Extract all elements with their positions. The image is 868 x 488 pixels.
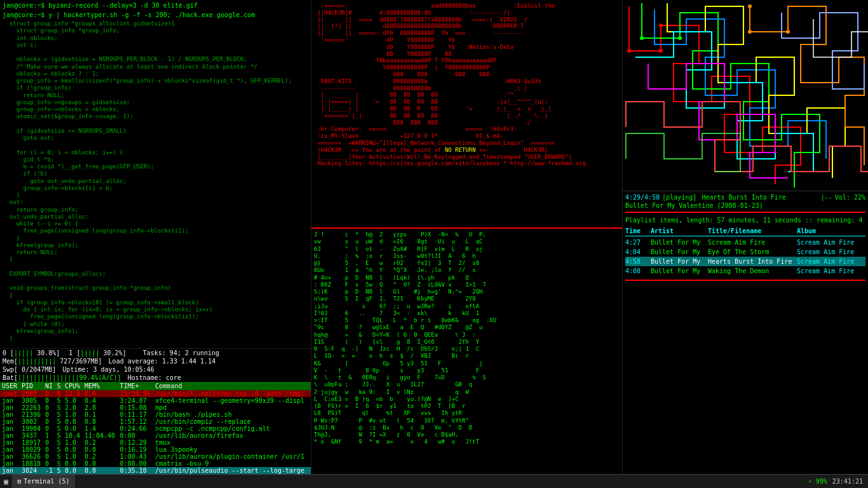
table-row: jan213960S1.00.10:11.17/bin/bash ./pipes…	[0, 411, 311, 418]
maze-area	[623, 0, 868, 191]
current-track-title: Hearts Burst Into Fire	[702, 194, 818, 201]
track-time-1: 4:27	[625, 238, 651, 247]
table-row: root 2889 0 R 23.0 0.6 15:34.96 /usr/bin…	[0, 390, 311, 397]
process-table: USER PID NI S CPU% MEM% TIME+ Command ro…	[0, 382, 311, 474]
cell-ni: 0	[43, 390, 55, 397]
track-title-2: Eye Of The Storm	[708, 247, 797, 257]
track-time-4: 4:08	[625, 266, 651, 276]
cell-s: R	[55, 390, 63, 397]
maze-svg	[623, 0, 868, 191]
playback-state: [playing]	[662, 194, 696, 201]
playlist-row-2[interactable]: 4:04 Bullet For My Eye Of The Storm Scre…	[625, 247, 865, 257]
table-row: jan222630S2.02.80:15.08mpd	[0, 404, 311, 411]
track-artist-2: Bullet For My	[651, 247, 708, 257]
htop-mem-bar: Mem[|||||||||| 727/3697MB] Load average:…	[0, 357, 311, 365]
hacker-art-display: .======. aad8888888baa :Exploit-the ||H4…	[311, 0, 622, 229]
track-title-3: Hearts Burst Into Fire	[708, 257, 797, 266]
table-row: jan3024-1S0.00.00:35.10/usr/bin/pulseaud…	[0, 467, 311, 474]
main-layout: jan@core:~$ byzanz-record --delay=3 -d 3…	[0, 0, 868, 488]
track-album-2: Scream Aim Fire	[797, 247, 865, 257]
htop-cpu1-bar: 0 [||||| 30.8%] 1 [||||| 30.2%] Tasks: 9…	[0, 349, 311, 357]
col-cpu: CPU%	[63, 382, 83, 390]
playlist-row-3-active[interactable]: 4:58 Bullet For My Hearts Burst Into Fir…	[625, 257, 865, 266]
track-album-1: Scream Aim Fire	[797, 238, 865, 247]
track-separator: |--	[821, 194, 832, 201]
header-time: Time	[625, 227, 651, 234]
col-user: USER	[0, 382, 20, 390]
svg-point-3	[659, 24, 663, 27]
svg-point-6	[748, 4, 752, 8]
col-ni: NI	[43, 382, 55, 390]
svg-point-4	[640, 36, 644, 40]
table-row: jan188180S0.00.00:08.00cmatrix -bsu 9	[0, 460, 311, 467]
cell-cpu: 23.0	[63, 390, 83, 397]
taskbar: ▣ ⊞ Terminal (5) ⚡ 99% 23:41:21	[0, 474, 868, 488]
col-mem: MEM%	[83, 382, 118, 390]
cell-mem: 0.6	[83, 390, 118, 397]
svg-point-8	[786, 30, 790, 34]
header-album: Album	[797, 227, 865, 234]
track-time-2: 4:04	[625, 247, 651, 257]
now-playing-row2: Bullet For My Valentine (2008-01-23)	[625, 202, 865, 209]
volume-display: Vol: 22%	[835, 194, 865, 201]
terminal-prompt-1: jan@core:~$ byzanz-record --delay=3 -d 3…	[3, 1, 308, 10]
cell-pid: 2889	[20, 390, 43, 397]
table-row: jan30050S5.00.43:24.87xfce4-terminal --g…	[0, 397, 311, 404]
track-album-3: Scream Aim Fire	[797, 257, 865, 266]
htop-swp-bar: Swp[ 0/2047MB] Uptime: 3 days, 10:05:46	[0, 365, 311, 374]
track-title-1: Scream Aim Fire	[708, 238, 797, 247]
col-time: TIME+	[118, 382, 154, 390]
right-panel: 4:29/4:58 [playing] Hearts Burst Into Fi…	[623, 0, 868, 488]
col-pid: PID	[20, 382, 43, 390]
playlist-table-header: Time Artist Title/Filename Album	[625, 227, 865, 236]
table-row: jan199840S0.01.40:24.66ncmpcpp -c .ncmpc…	[0, 425, 311, 432]
cell-time: 15:34.96	[118, 390, 154, 397]
process-table-header: USER PID NI S CPU% MEM% TIME+ Command	[0, 382, 311, 390]
track-artist-album: Bullet For My Valentine (2008-01-23)	[625, 202, 763, 209]
col-s: S	[55, 382, 63, 390]
table-row: jan180290S0.00.00:16.19lua 3spooky	[0, 446, 311, 453]
playback-time: 4:29/4:58	[625, 194, 660, 201]
prompt-text: jan@core:~$ byzanz-record --delay=3 -d 3…	[3, 2, 198, 9]
code-output: struct group_info *groups_alloc(int gids…	[3, 20, 308, 348]
middle-hacker-panel: .======. aad8888888baa :Exploit-the ||H4…	[311, 0, 623, 488]
col-cmd: Command	[153, 382, 311, 390]
now-playing-row1: 4:29/4:58 [playing] Hearts Burst Into Fi…	[625, 194, 865, 201]
music-player: 4:29/4:58 [playing] Hearts Burst Into Fi…	[623, 191, 868, 488]
svg-point-5	[678, 36, 682, 40]
clock: 23:41:21	[832, 478, 863, 485]
random-chars-display: J ! c * h@ 2 yzps P)X -N< % U P, vw s u …	[311, 229, 622, 488]
cell-user: root	[0, 390, 20, 397]
svg-point-7	[748, 30, 752, 34]
svg-point-1	[627, 49, 631, 53]
playlist-row-1[interactable]: 4:27 Bullet For My Scream Aim Fire Screa…	[625, 238, 865, 247]
track-artist-3: Bullet For My	[651, 257, 708, 266]
bottom-separator	[625, 280, 865, 281]
left-terminal-panel: jan@core:~$ byzanz-record --delay=3 -d 3…	[0, 0, 311, 488]
prompt-text-2: jan@core:~$ y | hackertyper.sh -g -f -s …	[3, 11, 255, 18]
track-artist-1: Bullet For My	[651, 238, 708, 247]
battery-indicator: ⚡ 99%	[808, 478, 827, 485]
htop-bat-bar: Bat[||||||||||||||||99.4%(A/C)] Hostname…	[0, 374, 311, 382]
progress-bar-area	[625, 212, 865, 213]
svg-rect-0	[623, 0, 868, 191]
taskbar-terminal-button[interactable]: ⊞ Terminal (5)	[12, 475, 74, 488]
track-time-3: 4:58	[625, 257, 651, 266]
taskbar-icon: ▣	[0, 477, 12, 486]
table-row: jan34371S10.411:04.400:00/usr/lib/aurora…	[0, 432, 311, 439]
playlist-info: Playlist items, length: 57 minutes, 11 s…	[625, 217, 865, 224]
track-title-4: Waking The Demon	[708, 266, 797, 276]
header-artist: Artist	[651, 227, 708, 234]
track-artist-4: Bullet For My	[651, 266, 708, 276]
terminal-output: jan@core:~$ byzanz-record --delay=3 -d 3…	[0, 0, 311, 348]
terminal-prompt-2: jan@core:~$ y | hackertyper.sh -g -f -s …	[3, 11, 308, 19]
taskbar-right: ⚡ 99% 23:41:21	[808, 478, 868, 485]
track-album-4: Scream Aim Fire	[797, 266, 865, 276]
table-row: jan30020S0.00.81:57.12/usr/bin/compiz --…	[0, 418, 311, 425]
table-row: jan366260S1.00.21:00.43/usr/lib/aurora/p…	[0, 453, 311, 460]
header-title: Title/Filename	[708, 227, 797, 234]
terminal-label: Terminal (5)	[24, 478, 69, 485]
playlist-row-4[interactable]: 4:08 Bullet For My Waking The Demon Scre…	[625, 266, 865, 276]
table-row: jan189170S1.00.20:12.29tmux	[0, 439, 311, 446]
terminal-icon: ⊞	[17, 478, 21, 485]
